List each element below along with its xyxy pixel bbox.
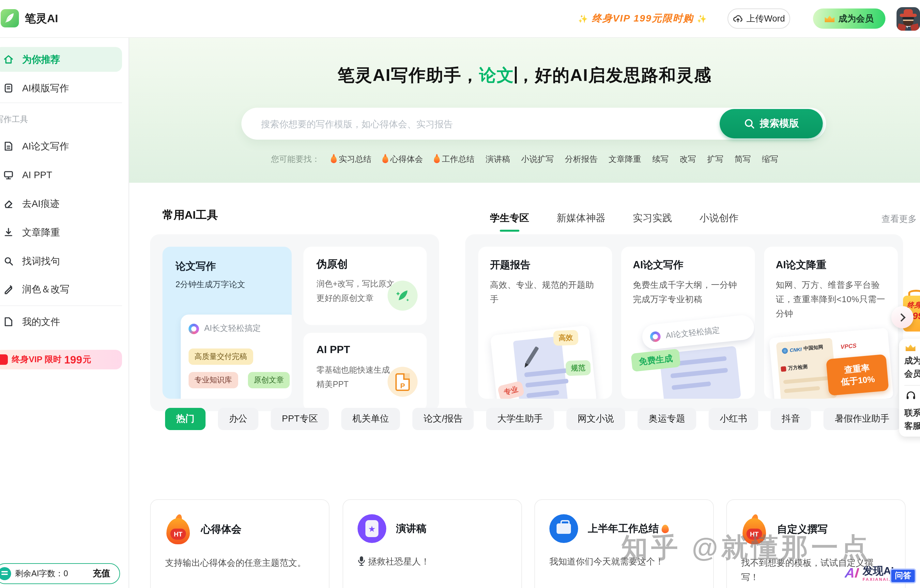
category-douyin[interactable]: 抖音 <box>771 408 811 430</box>
category-web-novel[interactable]: 网文小说 <box>566 408 625 430</box>
user-avatar[interactable] <box>897 7 920 31</box>
suggest-tag-label: 简写 <box>735 154 751 165</box>
paper-writing-card[interactable]: 论文写作 2分钟生成万字论文 AI长文轻松搞定 高质量交付完稿 专业知识库 原创… <box>162 247 292 399</box>
search-input[interactable] <box>241 118 720 129</box>
view-more-link[interactable]: 查看更多 <box>881 214 917 225</box>
hot-tag[interactable]: 实习总结 <box>331 154 372 165</box>
category-hot[interactable]: 热门 <box>165 408 206 430</box>
sidebar-item-reduce-duplication[interactable]: 文章降重 <box>0 220 122 245</box>
category-xiaohongshu[interactable]: 小红书 <box>709 408 758 430</box>
sidebar-item-remove-ai-trace[interactable]: 去AI痕迹 <box>0 191 122 216</box>
carousel-next-button[interactable] <box>891 306 914 328</box>
category-olympics[interactable]: 奥运专题 <box>638 408 696 430</box>
ppt-doc-icon: P <box>387 367 418 397</box>
sidebar-item-ai-ppt[interactable]: AI PPT <box>0 162 122 187</box>
ai-paper-pill: AI论文轻松搞定 <box>641 314 755 350</box>
card-title: 伪原创 <box>316 258 348 272</box>
cloud-upload-icon <box>733 13 743 24</box>
doc-line <box>672 381 711 390</box>
search-icon <box>743 118 755 129</box>
category-government[interactable]: 机关单位 <box>341 408 400 430</box>
template-card-xinde[interactable]: HT 心得体会 支持输出心得体会的任意主题范文。 <box>150 499 329 588</box>
sidebar-vip-banner[interactable]: 终身VIP 限时 199 元 <box>0 350 122 369</box>
template-card-work-summary[interactable]: 上半年工作总结 我知道你们今天就需要这个！ <box>535 499 714 588</box>
tab-student-zone[interactable]: 学生专区 <box>490 212 529 225</box>
upload-word-button[interactable]: 上传Word <box>727 8 790 29</box>
category-summer-homework[interactable]: 暑假作业助手 <box>823 408 901 430</box>
tab-internship[interactable]: 实习实践 <box>633 212 672 225</box>
opening-report-card[interactable]: 开题报告 高效、专业、规范的开题助手 高效 规范 专业 <box>478 247 612 399</box>
card-title: 心得体会 <box>201 522 241 536</box>
ai-ppt-card[interactable]: AI PPT 零基础也能快速生成精美PPT P <box>303 333 427 411</box>
search-doc-icon <box>3 255 15 267</box>
ai-pill-label: AI长文轻松搞定 <box>204 323 261 334</box>
suggest-tag[interactable]: 分析报告 <box>565 154 598 165</box>
sidebar-item-polish-rewrite[interactable]: 润色＆改写 <box>0 277 122 301</box>
hot-tag[interactable]: 工作总结 <box>434 154 475 165</box>
category-ppt[interactable]: PPT专区 <box>271 408 329 430</box>
hot-flame-icon: HT <box>741 514 767 544</box>
sidebar-item-label: 我的文件 <box>22 316 60 328</box>
sidebar-item-label: 润色＆改写 <box>22 283 70 295</box>
suggest-tag-label: 缩写 <box>762 154 778 165</box>
headset-icon <box>905 390 916 401</box>
sidebar-item-template-writing[interactable]: AI模版写作 <box>0 76 122 100</box>
ai-paper-dedup-card[interactable]: AI论文降重 知网、万方、维普多平台验证，查重率降到<10%只需一分钟 CNKI… <box>764 247 898 399</box>
suggested-tags-row: 您可能要找： 实习总结 心得体会 工作总结 演讲稿 小说扩写 分析报告 文章降重… <box>129 154 920 165</box>
ai-paper-writing-card[interactable]: AI论文写作 免费生成千字大纲，一分钟完成万字专业初稿 AI论文轻松搞定 免费生… <box>621 247 755 399</box>
app-root: 笔灵AI ✨ 终身VIP 199元限时购 ✨ 上传Word 成为会员 <box>0 0 920 588</box>
suggest-tag[interactable]: 小说扩写 <box>522 154 554 165</box>
suggest-tag[interactable]: 文章降重 <box>609 154 641 165</box>
recharge-button[interactable]: 充值 <box>93 568 110 580</box>
wanfang-mark <box>781 366 786 372</box>
dedup-rate-badge: 查重率 低于10% <box>826 354 889 396</box>
vip-promo-banner[interactable]: ✨ 终身VIP 199元限时购 ✨ <box>578 12 707 25</box>
tag-standard: 规范 <box>565 360 591 376</box>
suggest-tag-label: 续写 <box>653 154 669 165</box>
suggest-tag[interactable]: 续写 <box>653 154 669 165</box>
sidebar-item-recommend[interactable]: 为你推荐 <box>0 47 122 72</box>
suggest-tag[interactable]: 改写 <box>680 154 696 165</box>
become-member-button[interactable]: 成为会员 <box>813 8 885 29</box>
suggest-tag[interactable]: 演讲稿 <box>486 154 510 165</box>
sidebar-item-find-words[interactable]: 找词找句 <box>0 249 122 274</box>
brand-logo-icon[interactable] <box>1 9 19 28</box>
ai-longtext-pill: AI长文轻松搞定 <box>181 314 292 334</box>
template-card-speech[interactable]: ★ 演讲稿 拯救社恐星人！ <box>343 499 522 588</box>
suggest-tag[interactable]: 简写 <box>735 154 751 165</box>
fire-icon <box>331 156 337 163</box>
pseudo-original-card[interactable]: 伪原创 润色+改写，写比原文更好的原创文章 <box>303 247 427 325</box>
quality-tag: 高质量交付完稿 <box>189 348 253 365</box>
globe-icon <box>782 347 788 354</box>
microphone-icon <box>358 556 365 566</box>
sidebar-item-label: AI模版写作 <box>22 82 69 94</box>
category-office[interactable]: 办公 <box>218 408 258 430</box>
hot-tag[interactable]: 心得体会 <box>383 154 423 165</box>
tab-novel[interactable]: 小说创作 <box>700 212 739 225</box>
tab-new-media[interactable]: 新媒体神器 <box>557 212 606 225</box>
suggest-label: 您可能要找： <box>271 154 320 165</box>
ai-pill-label: AI论文轻松搞定 <box>665 324 720 341</box>
sidebar-item-label: 找词找句 <box>22 255 60 267</box>
template-search-bar: 搜索模版 <box>241 108 826 140</box>
suggest-tag-label: 改写 <box>680 154 696 165</box>
card-desc: 免费生成千字大纲，一分钟完成万字专业初稿 <box>633 278 745 307</box>
remaining-credits-pill[interactable]: 剩余AI字数： 0 充值 <box>0 563 120 584</box>
sidebar-item-ai-paper[interactable]: AI论文写作 <box>0 134 122 159</box>
search-button[interactable]: 搜索模版 <box>720 109 823 138</box>
floating-member-link[interactable]: 成为会员 <box>904 354 920 381</box>
vpcs-logo: VPCS <box>841 342 857 350</box>
suggest-tag-label: 分析报告 <box>565 154 598 165</box>
category-college-helper[interactable]: 大学生助手 <box>486 408 554 430</box>
suggest-tag[interactable]: 扩写 <box>707 154 724 165</box>
category-paper-report[interactable]: 论文/报告 <box>412 408 474 430</box>
divider <box>904 385 920 386</box>
suggest-tag[interactable]: 缩写 <box>762 154 778 165</box>
file-icon <box>3 316 15 327</box>
floating-service-link[interactable]: 联系客服 <box>904 407 920 432</box>
sidebar-group-label: 写作工具 <box>0 114 28 125</box>
sidebar-item-label: 去AI痕迹 <box>22 198 59 210</box>
sidebar-item-my-files[interactable]: 我的文件 <box>0 309 122 334</box>
crown-icon <box>825 15 834 22</box>
sidebar-item-label: AI论文写作 <box>22 140 69 152</box>
